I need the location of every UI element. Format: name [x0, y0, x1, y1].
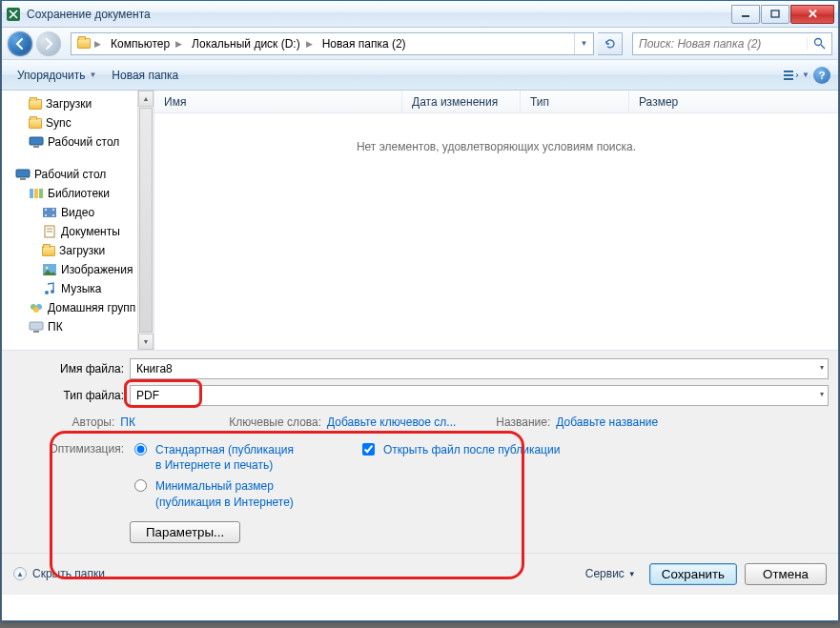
tree-scrollbar[interactable]: ▲▼ [137, 91, 154, 350]
column-name[interactable]: Имя [154, 91, 402, 112]
homegroup-icon [29, 300, 44, 315]
tree-homegroup[interactable]: Домашняя групп [48, 301, 135, 314]
svg-point-18 [52, 209, 54, 211]
radio-standard[interactable]: Стандартная (публикация в Интернете и пе… [130, 442, 301, 473]
address-bar[interactable]: ▶ Компьютер ▶ Локальный диск (D:) ▶ Нова… [71, 32, 594, 55]
minimize-button[interactable] [731, 5, 760, 24]
folder-icon [42, 246, 55, 256]
tree-pc[interactable]: ПК [48, 320, 63, 334]
svg-rect-8 [30, 137, 43, 145]
empty-message: Нет элементов, удовлетворяющих условиям … [154, 113, 838, 153]
save-button[interactable]: Сохранить [649, 563, 737, 585]
column-size[interactable]: Размер [629, 91, 838, 112]
pictures-icon [42, 262, 57, 277]
column-type[interactable]: Тип [521, 91, 629, 112]
folder-icon [29, 99, 42, 110]
dialog-footer: ▲ Скрыть папки Сервис▼ Сохранить Отмена [2, 553, 838, 595]
svg-point-17 [45, 214, 47, 216]
tree-downloads2[interactable]: Загрузки [59, 244, 105, 257]
tree-libraries[interactable]: Библиотеки [48, 187, 110, 200]
svg-point-25 [45, 291, 49, 294]
desktop-icon [15, 167, 31, 182]
svg-point-16 [45, 209, 47, 211]
close-button[interactable]: ✕ [790, 5, 834, 24]
service-dropdown[interactable]: Сервис▼ [580, 567, 642, 580]
breadcrumb-computer[interactable]: Компьютер [103, 33, 174, 54]
svg-point-3 [815, 39, 822, 46]
search-input[interactable] [633, 37, 807, 51]
filename-label: Имя файла: [11, 362, 130, 375]
search-box[interactable] [632, 32, 832, 55]
checkbox-open-after[interactable]: Открыть файл после публикации [359, 442, 560, 458]
tree-sync[interactable]: Sync [46, 116, 72, 130]
title-label: Название: [496, 415, 550, 429]
svg-rect-14 [39, 189, 43, 198]
organize-button[interactable]: Упорядочить▼ [10, 65, 104, 86]
svg-point-29 [33, 307, 39, 313]
svg-rect-6 [784, 74, 793, 76]
computer-icon [29, 319, 44, 334]
column-date[interactable]: Дата изменения [402, 91, 521, 112]
address-dropdown[interactable]: ▼ [574, 33, 593, 54]
expand-icon[interactable]: ▲ [13, 567, 27, 580]
view-options-button[interactable]: ▼ [783, 65, 809, 86]
filetype-select[interactable]: PDF▾ [130, 385, 829, 406]
help-button[interactable]: ? [813, 67, 830, 84]
tree-pictures[interactable]: Изображения [61, 263, 133, 276]
svg-rect-10 [16, 170, 30, 177]
music-icon [42, 281, 57, 296]
svg-point-26 [51, 290, 54, 294]
file-list-pane: Имя Дата изменения Тип Размер Нет элемен… [154, 91, 838, 350]
refresh-button[interactable] [598, 32, 623, 55]
save-options-panel: Имя файла: Книга8▾ Тип файла: PDF▾ Автор… [2, 350, 838, 553]
svg-rect-30 [30, 322, 43, 330]
tree-documents[interactable]: Документы [61, 225, 120, 238]
tree-desktop-fav[interactable]: Рабочий стол [48, 135, 119, 149]
filename-input[interactable]: Книга8▾ [130, 358, 829, 379]
svg-rect-1 [742, 15, 749, 17]
svg-rect-13 [34, 189, 38, 198]
navigation-bar: ▶ Компьютер ▶ Локальный диск (D:) ▶ Нова… [2, 28, 838, 60]
radio-minimal[interactable]: Минимальный размер (публикация в Интерне… [130, 478, 301, 509]
svg-rect-15 [43, 208, 56, 217]
svg-point-24 [46, 267, 49, 270]
window-title: Сохранение документа [27, 8, 730, 21]
keywords-label: Ключевые слова: [229, 415, 321, 429]
documents-icon [42, 224, 57, 239]
svg-rect-7 [784, 78, 793, 80]
filetype-label: Тип файла: [11, 389, 130, 402]
search-icon[interactable] [807, 37, 831, 50]
authors-value[interactable]: ПК [120, 415, 135, 429]
libraries-icon [29, 186, 44, 201]
app-icon [6, 7, 21, 22]
svg-rect-11 [20, 178, 26, 180]
keywords-value[interactable]: Добавьте ключевое сл... [327, 415, 456, 429]
svg-line-4 [821, 45, 825, 49]
title-value[interactable]: Добавьте название [556, 415, 658, 429]
breadcrumb-folder[interactable]: Новая папка (2) [315, 33, 410, 54]
tree-downloads[interactable]: Загрузки [46, 97, 92, 111]
breadcrumb-disk[interactable]: Локальный диск (D:) [184, 33, 304, 54]
svg-rect-5 [784, 71, 793, 72]
new-folder-button[interactable]: Новая папка [104, 65, 186, 86]
authors-label: Авторы: [67, 415, 114, 429]
titlebar: Сохранение документа ✕ [2, 1, 838, 28]
back-button[interactable] [8, 31, 32, 56]
parameters-button[interactable]: Параметры... [130, 521, 240, 543]
cancel-button[interactable]: Отмена [745, 563, 827, 585]
toolbar: Упорядочить▼ Новая папка ▼ ? [2, 60, 838, 91]
svg-rect-2 [771, 10, 779, 17]
tree-desktop[interactable]: Рабочий стол [34, 168, 106, 181]
svg-rect-31 [33, 331, 39, 333]
forward-button[interactable] [36, 31, 61, 56]
svg-rect-9 [33, 146, 39, 148]
hide-folders-link[interactable]: Скрыть папки [32, 567, 105, 580]
folder-icon [29, 118, 42, 129]
folder-tree[interactable]: Загрузки Sync Рабочий стол Рабочий стол … [2, 91, 154, 350]
tree-music[interactable]: Музыка [61, 282, 101, 295]
svg-point-19 [52, 214, 54, 216]
tree-video[interactable]: Видео [61, 206, 94, 219]
svg-rect-12 [30, 189, 33, 198]
video-icon [42, 205, 57, 220]
maximize-button[interactable] [761, 5, 789, 24]
